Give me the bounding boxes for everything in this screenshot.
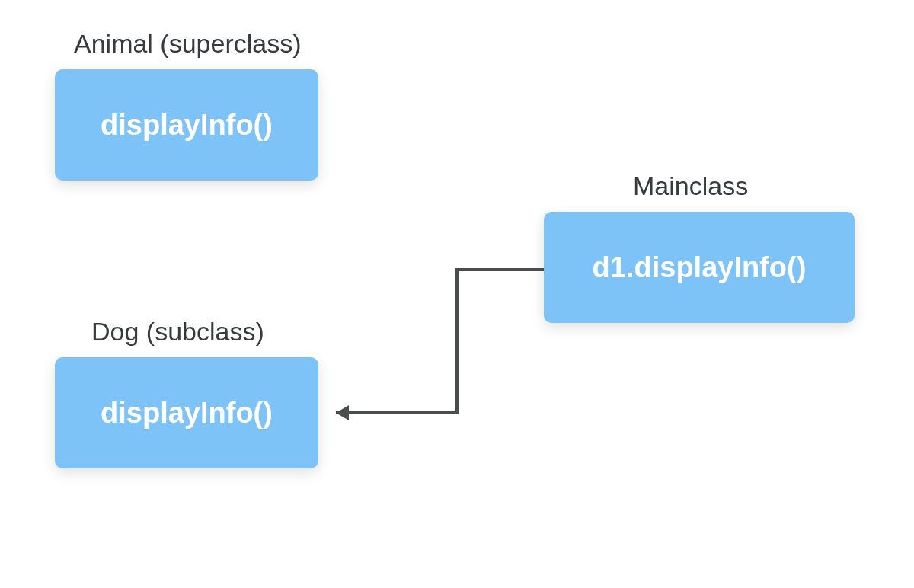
animal-label: Animal (superclass): [74, 29, 302, 59]
animal-method-text: displayInfo(): [101, 109, 273, 142]
animal-superclass-box: displayInfo(): [55, 69, 318, 181]
dog-subclass-box: displayInfo(): [55, 357, 318, 468]
main-call-text: d1.displayInfo(): [593, 251, 807, 284]
mainclass-box: d1.displayInfo(): [544, 212, 855, 323]
dog-label: Dog (subclass): [91, 317, 264, 347]
mainclass-label: Mainclass: [633, 171, 748, 201]
dog-method-text: displayInfo(): [101, 397, 273, 430]
